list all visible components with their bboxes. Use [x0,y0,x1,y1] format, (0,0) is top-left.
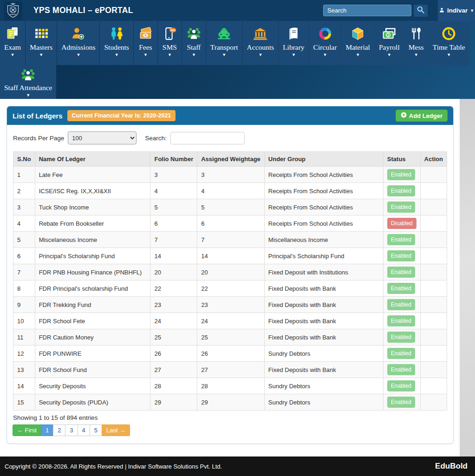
cell-status: Enabled [383,394,420,411]
table-row: 8FDR Principal's scholarship Fund2222Fix… [13,280,447,297]
cell-action [420,167,447,183]
cell-sno: 5 [13,232,35,248]
staff-attendance-icon [20,67,36,82]
global-search-input[interactable] [323,5,411,16]
add-ledger-button[interactable]: Add Ledger [396,110,448,122]
nav-item-accounts[interactable]: Accounts▼ [243,21,279,65]
nav-item-exam[interactable]: Exam▼ [0,21,25,65]
panel-header: List of Ledgers Current Financial Year I… [7,106,453,125]
cell-group: Principal's Scholarship Fund [264,248,383,264]
cell-name: FDR School Fete [35,313,150,329]
cell-name: FDR Caution Money [35,329,150,346]
nav-item-label: Transport [210,43,238,52]
mess-icon [409,25,424,42]
footer-bar: Copyright © 2008-2026. All Rights Reserv… [0,456,475,476]
nav-item-admissions[interactable]: Admissions▼ [57,21,99,65]
nav-item-transport[interactable]: Transport▼ [206,21,242,65]
table-row: 1Late Fee33Receipts From School Activiti… [13,167,447,183]
cell-folio: 20 [150,264,197,280]
search-button[interactable] [414,5,428,17]
cell-weightage: 7 [197,232,265,248]
table-row: 11FDR Caution Money2525Fixed Deposits wi… [13,329,447,346]
nav-item-label: Circular [313,43,337,52]
cell-action [420,362,447,378]
cell-group: Fixed Deposits with Bank [264,362,383,378]
chevron-down-icon: ▼ [143,52,148,57]
transport-icon [216,25,232,42]
top-header-bar: YPS MOHALI – ePORTAL Indivar ▼ [0,0,475,21]
table-row: 10FDR School Fete2424Fixed Deposits with… [13,313,447,329]
cell-folio: 4 [150,183,197,199]
pagination-last-button[interactable]: Last → [102,424,130,436]
cell-status: Enabled [383,183,420,199]
records-per-page-select[interactable]: 100 [68,131,137,144]
table-search-label: Search: [145,135,167,142]
status-badge: Enabled [387,397,415,408]
table-row: 5Miscelaneous Income77Miscellaneous Inco… [13,232,447,248]
chevron-down-icon: ▼ [470,8,474,13]
user-menu[interactable]: Indivar ▼ [438,0,475,21]
nav-item-material[interactable]: Material▼ [341,21,374,65]
nav-item-library[interactable]: Library▼ [279,21,308,65]
pagination-page-3[interactable]: 3 [65,424,78,436]
pagination: ← First 12345 Last → [13,424,130,436]
nav-item-staff-attendance[interactable]: Staff Attendance▼ [0,65,56,99]
cell-group: Receipts From School Activities [264,183,383,199]
nav-item-masters[interactable]: Masters▼ [26,21,57,65]
nav-item-mess[interactable]: Mess▼ [404,21,428,65]
cell-sno: 3 [13,199,35,215]
pagination-page-4[interactable]: 4 [78,424,90,436]
table-row: 12FDR PUNWIRE2626Sundry DebtorsEnabled [13,346,447,362]
cell-weightage: 25 [197,329,265,346]
cell-group: Sundry Debtors [264,346,383,362]
cell-weightage: 28 [197,378,265,394]
table-search-input[interactable] [170,132,245,144]
nav-item-label: Fees [139,43,152,52]
cell-weightage: 3 [197,167,265,183]
status-badge: Enabled [387,332,415,343]
cell-status: Enabled [383,346,420,362]
pagination-page-5[interactable]: 5 [90,424,102,436]
column-header: Folio Number [150,152,197,167]
school-crest-icon [4,1,22,20]
pagination-first-button[interactable]: ← First [13,424,41,436]
cell-sno: 11 [13,329,35,346]
brand-logo-text: EduBold [435,462,468,471]
table-row: 14Security Deposits2828Sundry DebtorsEna… [13,378,447,394]
cell-name: FDR PUNWIRE [35,346,150,362]
cell-name: Late Fee [35,167,150,183]
cell-action [420,215,447,232]
cell-status: Enabled [383,297,420,313]
copyright-text: Copyright © 2008-2026. All Rights Reserv… [5,463,222,470]
nav-item-label: Payroll [379,43,400,52]
chevron-down-icon: ▼ [323,52,327,57]
cell-weightage: 24 [197,313,265,329]
status-badge: Enabled [387,380,415,391]
cell-name: FDR Trekking Fund [35,297,150,313]
table-row: 6Principal's Scholarship Fund1414Princip… [13,248,447,264]
cell-status: Enabled [383,248,420,264]
pagination-page-1[interactable]: 1 [41,424,53,436]
cell-weightage: 14 [197,248,265,264]
nav-item-sms[interactable]: SMSSMS▼ [158,21,182,65]
nav-item-circular[interactable]: Circular▼ [309,21,341,65]
nav-row-2: Staff Attendance▼ [0,65,475,99]
right-background-gutter [460,99,475,456]
user-icon [439,7,445,14]
nav-item-payroll[interactable]: 1Payroll▼ [375,21,404,65]
nav-item-fees[interactable]: Fees▼ [134,21,157,65]
nav-item-staff[interactable]: Staff▼ [182,21,206,65]
nav-item-time-table[interactable]: Time Table▼ [429,21,469,65]
nav-item-students[interactable]: Students▼ [100,21,133,65]
cell-status: Enabled [383,280,420,297]
main-area: List of Ledgers Current Financial Year I… [0,99,475,456]
cell-sno: 10 [13,313,35,329]
status-badge: Enabled [387,348,415,359]
cell-action [420,264,447,280]
cell-action [420,232,447,248]
cell-name: FDR School Fund [35,362,150,378]
cell-action [420,378,447,394]
cell-action [420,199,447,215]
pagination-page-2[interactable]: 2 [53,424,65,436]
cell-group: Fixed Deposits with Bank [264,297,383,313]
